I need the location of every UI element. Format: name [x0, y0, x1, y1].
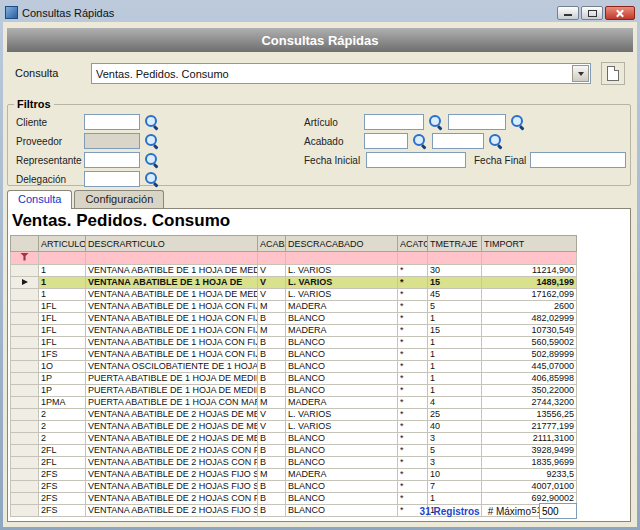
tab-consulta[interactable]: Consulta [7, 190, 72, 209]
consulta-combobox[interactable]: Ventas. Pedidos. Consumo [91, 63, 591, 84]
close-button[interactable] [605, 6, 635, 20]
filter-cell[interactable] [428, 252, 482, 265]
representante-input[interactable] [84, 152, 140, 168]
column-header[interactable]: ACATO [398, 236, 428, 252]
proveedor-input[interactable] [84, 133, 140, 149]
table-cell: 1P [39, 385, 86, 397]
app-icon [5, 6, 18, 19]
indicator-column-header [11, 236, 39, 252]
filter-cell[interactable] [286, 252, 398, 265]
tab-configuracion[interactable]: Configuración [74, 190, 164, 208]
table-cell: * [398, 469, 428, 481]
table-cell: 15 [428, 325, 482, 337]
table-cell: BLANCO [286, 433, 398, 445]
table-row[interactable]: 2VENTANA ABATIBLE DE 2 HOJAS DE MEEBBLAN… [11, 433, 577, 445]
table-row[interactable]: 2FLVENTANA ABATIBLE DE 2 HOJAS CON FUBBL… [11, 445, 577, 457]
table-cell: 1P [39, 373, 86, 385]
table-row[interactable]: 2VENTANA ABATIBLE DE 2 HOJAS DE MEIVL. V… [11, 421, 577, 433]
fecha-inicial-input[interactable] [366, 152, 466, 168]
maximo-input[interactable] [539, 503, 577, 519]
table-row[interactable]: 2VENTANA ABATIBLE DE 2 HOJAS DE MEIVL. V… [11, 409, 577, 421]
table-row[interactable]: 1VENTANA ABATIBLE DE 1 HOJA DE MEDVL. VA… [11, 289, 577, 301]
table-row[interactable]: 1PPUERTA ABATIBLE DE 1 HOJA DE MEDIDBBLA… [11, 385, 577, 397]
table-row[interactable]: 1FLVENTANA ABATIBLE DE 1 HOJA CON FIJCMM… [11, 301, 577, 313]
minimize-button[interactable] [557, 6, 579, 20]
articulo-search-icon-2[interactable] [511, 115, 526, 130]
table-cell: * [398, 433, 428, 445]
table-row[interactable]: 2FSVENTANA ABATIBLE DE 2 HOJAS FIJO SUMM… [11, 469, 577, 481]
table-cell: 1FL [39, 301, 86, 313]
table-cell: VENTANA ABATIBLE DE 2 HOJAS CON FU [86, 457, 258, 469]
table-cell: * [398, 481, 428, 493]
table-row[interactable]: 1VENTANA ABATIBLE DE 1 HOJA DE MEDVL. VA… [11, 265, 577, 277]
table-cell: BLANCO [286, 337, 398, 349]
table-cell: VENTANA ABATIBLE DE 1 HOJA CON FIJC [86, 349, 258, 361]
table-cell: 3 [428, 433, 482, 445]
table-row[interactable]: 2FSVENTANA ABATIBLE DE 2 HOJAS FIJO SUBB… [11, 481, 577, 493]
table-cell: BLANCO [286, 373, 398, 385]
filter-cell[interactable] [39, 252, 86, 265]
acabado-search-icon-2[interactable] [489, 134, 504, 149]
table-cell: L. VARIOS [286, 277, 398, 289]
chevron-down-icon [578, 72, 584, 76]
table-row[interactable]: 1VENTANA ABATIBLE DE 1 HOJA DEVL. VARIOS… [11, 277, 577, 289]
table-cell: 406,85998 [482, 373, 577, 385]
articulo-input[interactable] [364, 114, 424, 130]
filter-cell[interactable] [258, 252, 286, 265]
table-cell: 1FL [39, 337, 86, 349]
column-header[interactable]: TIMPORT [482, 236, 577, 252]
table-row[interactable]: 1FLVENTANA ABATIBLE DE 1 HOJA CON FIJCMM… [11, 325, 577, 337]
table-row[interactable]: 1OVENTANA OSCILOBATIENTE DE 1 HOJABBLANC… [11, 361, 577, 373]
column-header[interactable]: DESCRARTICULO [86, 236, 258, 252]
table-row[interactable]: 1PPUERTA ABATIBLE DE 1 HOJA DE MEDIDBBLA… [11, 373, 577, 385]
row-indicator [11, 481, 39, 493]
table-row[interactable]: 2FLVENTANA ABATIBLE DE 2 HOJAS CON FUBBL… [11, 457, 577, 469]
table-cell: BLANCO [286, 385, 398, 397]
table-cell: M [258, 301, 286, 313]
representante-search-icon[interactable] [145, 153, 160, 168]
column-header[interactable]: ACABAD [258, 236, 286, 252]
new-query-button[interactable] [601, 62, 625, 85]
grid-filter-row[interactable] [11, 252, 577, 265]
table-cell: VENTANA ABATIBLE DE 2 HOJAS FIJO SU [86, 481, 258, 493]
fecha-final-input[interactable] [530, 152, 626, 168]
table-cell: 2744,3200 [482, 397, 577, 409]
table-cell: MADERA [286, 397, 398, 409]
delegacion-search-icon[interactable] [145, 172, 160, 187]
column-header[interactable]: ARTICULO [39, 236, 86, 252]
acabado-input-2[interactable] [432, 133, 484, 149]
maximize-button[interactable] [581, 6, 603, 20]
table-cell: M [258, 325, 286, 337]
articulo-search-icon[interactable] [429, 115, 444, 130]
table-row[interactable]: 1FSVENTANA ABATIBLE DE 1 HOJA CON FIJCBB… [11, 349, 577, 361]
proveedor-search-icon[interactable] [145, 134, 160, 149]
table-cell: 1 [39, 265, 86, 277]
page-title: Ventas. Pedidos. Consumo [12, 211, 230, 231]
table-cell: B [258, 361, 286, 373]
table-row[interactable]: 1FLVENTANA ABATIBLE DE 1 HOJA CON FIJCBB… [11, 313, 577, 325]
row-indicator [11, 277, 39, 289]
filter-cell[interactable] [398, 252, 428, 265]
cliente-label: Cliente [16, 117, 47, 128]
table-row[interactable]: 1FLVENTANA ABATIBLE DE 1 HOJA CON FIJCBB… [11, 337, 577, 349]
articulo-input-2[interactable] [448, 114, 506, 130]
delegacion-input[interactable] [84, 171, 140, 187]
table-cell: 11214,900 [482, 265, 577, 277]
cliente-search-icon[interactable] [145, 115, 160, 130]
acabado-search-icon[interactable] [413, 134, 428, 149]
table-cell: V [258, 265, 286, 277]
table-cell: 5 [428, 301, 482, 313]
row-indicator [11, 445, 39, 457]
column-header[interactable]: TMETRAJE [428, 236, 482, 252]
table-cell: MADERA [286, 301, 398, 313]
table-cell: 3928,9499 [482, 445, 577, 457]
table-cell: * [398, 397, 428, 409]
titlebar: Consultas Rápidas [3, 3, 637, 22]
filter-cell[interactable] [482, 252, 577, 265]
acabado-input[interactable] [364, 133, 408, 149]
column-header[interactable]: DESCRACABADO [286, 236, 398, 252]
table-row[interactable]: 1PMAPUERTA ABATIBLE DE 1 HOJA CON MARIMM… [11, 397, 577, 409]
filter-cell[interactable] [86, 252, 258, 265]
consulta-combobox-dropdown-button[interactable] [572, 65, 589, 82]
cliente-input[interactable] [84, 114, 140, 130]
